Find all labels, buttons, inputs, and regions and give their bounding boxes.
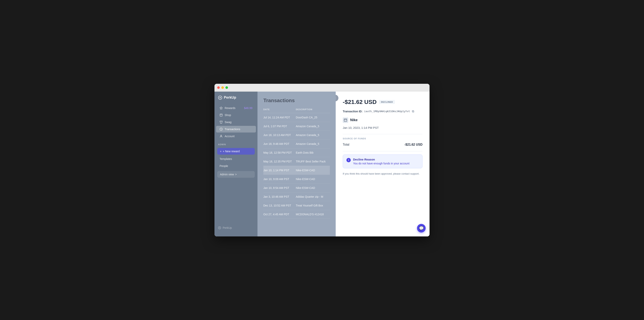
admin-view-button[interactable]: Admin view > [217,171,255,178]
rewards-badge: $48.99 [244,107,252,110]
table-row[interactable]: Jun 18, 9:48 AM PDT Amazon Canada_5 [263,139,330,148]
table-row[interactable]: Oct 27, 4:45 AM PDT MCDONALD'S #12418 [263,210,330,219]
sidebar-item-account[interactable]: Account [216,133,256,140]
info-icon: i [346,158,351,162]
table-row[interactable]: Jan 10, 9:09 AM PST Nike-ESW-CAD [263,175,330,183]
shop-label: Shop [225,114,231,117]
sidebar-item-templates[interactable]: Templates [216,156,256,162]
merchant-icon [343,117,348,123]
tx-date-cell: Jan 10, 8:54 AM PST [263,183,296,192]
sidebar-footer: PerkUp [214,223,258,232]
transaction-id-label: Transaction ID: [343,110,362,113]
tx-date-cell: May 18, 12:35 PM PDT [263,157,296,166]
copy-icon: ⧉ [412,110,414,113]
app-window: PerkUp Rewards $48.99 Shop [214,84,430,236]
tx-description-cell: Nike-ESW-CAD [296,175,330,183]
tx-description-cell: Amazon Canada_5 [296,122,330,131]
tx-date-cell: Oct 27, 4:45 AM PDT [263,210,296,219]
tx-description-cell: Earth Dots Bib [296,148,330,157]
total-amount: -$21.62 USD [404,143,423,146]
tx-date-cell: May 18, 12:58 PM PDT [263,148,296,157]
decline-reason-box: i Decline Reason You do not have enough … [343,154,422,168]
transactions-title: Transactions [263,98,330,104]
tx-date-cell: Dec 13, 10:52 AM PST [263,201,296,210]
sidebar-item-swag[interactable]: Swag [216,119,256,125]
tx-description-cell: Amazon Canada_5 [296,131,330,139]
titlebar [214,84,430,92]
tx-date-cell: Jul 6, 1:07 PM PDT [263,122,296,131]
transactions-table: DATE DESCRIPTION Jul 14, 11:24 AM PDT Do… [263,108,330,219]
col-date: DATE [263,108,296,113]
tx-description-cell: TRUFF Best Seller Pack [296,157,330,166]
transaction-id-value: iauth_1MOp9AHiqA31OAsJAGp1yYvt [364,110,410,113]
table-row[interactable]: Jul 6, 1:07 PM PDT Amazon Canada_5 [263,122,330,131]
tx-description-cell: MCDONALD'S #12418 [296,210,330,219]
tx-date-cell: Jan 3, 10:46 AM PST [263,192,296,201]
main-area: Transactions DATE DESCRIPTION Jul 14, 11… [258,92,430,236]
merchant-name: Nike [350,118,358,122]
divider-2 [343,151,422,151]
admin-section-label: ADMIN [214,140,258,147]
source-of-funds-label: SOURCE OF FUNDS [343,137,422,140]
table-row[interactable]: Jan 10, 1:14 PM PST Nike-ESW-CAD [263,166,330,175]
transactions-label: Transactions [225,128,240,131]
svg-rect-1 [220,114,222,116]
decline-reason-message: You do not have enough funds in your acc… [353,162,410,165]
table-row[interactable]: Jan 10, 8:54 AM PST Nike-ESW-CAD [263,183,330,192]
tx-date-cell: Jun 18, 9:48 AM PDT [263,139,296,148]
admin-view-arrow: > [235,173,237,176]
plus-icon: + [220,150,222,153]
sidebar-item-people[interactable]: People [216,163,256,169]
templates-label: Templates [220,157,232,160]
decline-content: Decline Reason You do not have enough fu… [353,158,410,165]
rewards-label: Rewards [225,107,236,110]
decline-reason-title: Decline Reason [353,158,410,161]
chat-support-button[interactable]: 💬 [417,224,426,232]
status-badge: DECLINED [379,100,395,104]
table-row[interactable]: Jun 18, 10:13 AM PDT Amazon Canada_5 [263,131,330,139]
sidebar-item-rewards[interactable]: Rewards $48.99 [216,105,256,111]
divider-1 [343,134,422,134]
tx-description-cell: Amazon Canada_5 [296,139,330,148]
tx-date-cell: Jan 10, 9:09 AM PST [263,175,296,183]
tx-date-cell: Jun 18, 10:13 AM PDT [263,131,296,139]
chat-icon: 💬 [419,226,424,231]
transaction-id-row: Transaction ID: iauth_1MOp9AHiqA31OAsJAG… [343,109,422,114]
total-label: Total [343,143,349,146]
transaction-detail-panel: × -$21.62 USD DECLINED Transaction ID: i… [336,92,430,236]
maximize-window-button[interactable] [226,86,228,89]
new-reward-button[interactable]: + + New reward [217,148,255,155]
account-label: Account [225,135,234,138]
support-text: If you think this should have been appro… [343,172,422,175]
total-row: Total -$21.62 USD [343,143,422,146]
sidebar-item-shop[interactable]: Shop [216,112,256,118]
svg-point-3 [220,135,222,136]
sidebar: PerkUp Rewards $48.99 Shop [214,92,258,236]
tx-date-cell: Jul 14, 11:24 AM PDT [263,113,296,122]
svg-rect-5 [344,119,347,122]
transaction-amount-row: -$21.62 USD DECLINED [343,99,422,105]
tx-description-cell: Treat Yourself Gift Box [296,201,330,210]
table-row[interactable]: Jul 14, 11:24 AM PDT DoorDash CA_25 [263,113,330,122]
table-row[interactable]: May 18, 12:58 PM PDT Earth Dots Bib [263,148,330,157]
close-window-button[interactable] [217,86,220,89]
col-description: DESCRIPTION [296,108,330,113]
close-icon: × [336,96,336,100]
tx-description-cell: DoorDash CA_25 [296,113,330,122]
minimize-window-button[interactable] [221,86,224,89]
sidebar-item-transactions[interactable]: Transactions [216,126,256,133]
transactions-panel[interactable]: Transactions DATE DESCRIPTION Jul 14, 11… [258,92,336,236]
tx-date-cell: Jan 10, 1:14 PM PST [263,166,296,175]
new-reward-label: + New reward [223,150,240,153]
close-detail-button[interactable]: × [336,95,338,101]
copy-transaction-id-button[interactable]: ⧉ [412,109,414,114]
table-row[interactable]: Jan 3, 10:46 AM PST Adidas Quarter zip -… [263,192,330,201]
tx-description-cell: Adidas Quarter zip - M [296,192,330,201]
app-content: PerkUp Rewards $48.99 Shop [214,92,430,236]
table-row[interactable]: Dec 13, 10:52 AM PST Treat Yourself Gift… [263,201,330,210]
transaction-date: Jan 10, 2023, 1:14 PM PST [343,126,422,129]
swag-label: Swag [225,121,232,124]
footer-logo: PerkUp [223,226,232,229]
table-row[interactable]: May 18, 12:35 PM PDT TRUFF Best Seller P… [263,157,330,166]
logo-text: PerkUp [224,96,236,100]
